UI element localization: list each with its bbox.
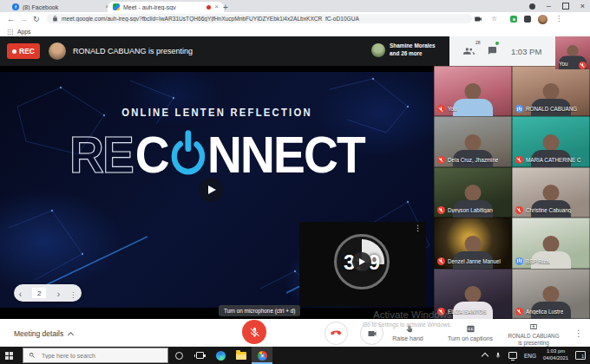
edge-button[interactable]: [210, 347, 231, 364]
network-icon[interactable]: [508, 352, 517, 359]
slide-page-number: 2: [31, 287, 47, 299]
address-bar[interactable]: meet.google.com/auh-ireg-sqv?fbclid=IwAR…: [47, 14, 472, 23]
raise-hand-button[interactable]: Raise hand: [384, 324, 432, 341]
slide-title: REC NNECT: [17, 127, 416, 183]
chat-button[interactable]: [488, 43, 497, 59]
self-label: You: [559, 61, 568, 67]
tray-mic-icon[interactable]: [495, 351, 502, 360]
taskbar-clock[interactable]: 1:03 pm 04/04/2021: [543, 348, 568, 362]
participant-name: MARIA CATHERINE C: [526, 157, 581, 163]
mic-muted-icon: [515, 308, 523, 315]
mic-muted-icon: [437, 105, 445, 113]
browser-menu-icon[interactable]: [555, 15, 562, 23]
participant-tile[interactable]: Dyeyson Labitigan: [434, 167, 512, 218]
presenting-sub: is presenting: [518, 340, 549, 346]
extension-icon[interactable]: [524, 16, 531, 23]
close-tab-icon[interactable]: [214, 3, 219, 10]
participant-name: Dyeyson Labitigan: [448, 207, 493, 213]
mic-off-icon: [249, 327, 260, 338]
task-view-button[interactable]: [189, 347, 210, 364]
play-button-small[interactable]: [352, 252, 371, 271]
participants-button[interactable]: 28: [463, 43, 475, 59]
captions-icon: [465, 324, 476, 334]
leave-call-button[interactable]: [324, 322, 348, 345]
participant-tile[interactable]: Angelica Lustre: [512, 269, 590, 319]
cortana-icon: [175, 352, 183, 360]
new-tab-button[interactable]: [220, 2, 231, 12]
url-text: meet.google.com/auh-ireg-sqv?fbclid=IwAR…: [62, 16, 359, 22]
participant-tile[interactable]: You: [434, 66, 512, 116]
captions-button[interactable]: Turn on captions: [438, 324, 502, 341]
more-options-icon[interactable]: [574, 328, 583, 338]
tab-meet[interactable]: Meet - auh-ireg-sqv: [108, 2, 224, 12]
tab-facebook[interactable]: (8) Facebook: [7, 2, 115, 12]
play-button[interactable]: [199, 178, 223, 202]
apps-bookmark[interactable]: Apps: [17, 29, 31, 35]
self-view-tile[interactable]: You: [555, 36, 590, 69]
title-outline-letters: RE: [69, 129, 133, 181]
forward-icon[interactable]: [20, 14, 28, 24]
browser-profile-avatar[interactable]: [538, 15, 547, 24]
participant-tile[interactable]: RONALD CABUANG: [512, 66, 590, 116]
bookmark-star-icon[interactable]: [491, 15, 497, 23]
apps-grid-icon[interactable]: [7, 29, 13, 35]
participants-preview[interactable]: Shamine Morales and 26 more: [371, 42, 436, 58]
meet-favicon: [113, 3, 120, 10]
maximize-button[interactable]: [562, 3, 569, 10]
participants-grid: You RONALD CABUANG Dela Cruz, Jhazmine M…: [434, 66, 590, 319]
mic-muted-icon: [579, 62, 587, 69]
search-icon: [29, 352, 36, 359]
participant-tile[interactable]: Christine Cabuang: [512, 167, 590, 218]
next-slide-icon[interactable]: [57, 285, 60, 301]
overlay-menu-icon[interactable]: [414, 224, 422, 232]
language-indicator[interactable]: ENG: [524, 353, 536, 359]
participant-tile[interactable]: Denzel Janne Manuel: [434, 218, 512, 268]
header-panel: 28 1:03 PM: [449, 36, 555, 66]
tab-title: (8) Facebook: [23, 4, 102, 10]
notification-center-icon[interactable]: 1: [575, 351, 586, 360]
hidden-icons-chevron[interactable]: [482, 353, 488, 360]
slide-menu-icon[interactable]: [69, 285, 76, 301]
chrome-button[interactable]: [252, 347, 272, 364]
people-icon: [463, 46, 475, 55]
participants-line1: Shamine Morales: [390, 42, 436, 49]
mic-muted-icon: [515, 206, 523, 214]
presenting-banner: RONALD CABUANG is presenting: [73, 47, 193, 55]
start-button[interactable]: [0, 347, 23, 364]
cortana-button[interactable]: [168, 347, 189, 364]
raise-hand-label: Raise hand: [392, 335, 423, 341]
previous-slide-icon[interactable]: [19, 285, 22, 301]
camera-toggle-button[interactable]: [360, 322, 384, 345]
minimize-button[interactable]: [547, 2, 551, 10]
extension-icon[interactable]: [510, 16, 517, 23]
refresh-icon[interactable]: [33, 14, 40, 24]
captions-label: Turn on captions: [448, 335, 493, 341]
system-tray: ENG 1:03 pm 04/04/2021 1: [482, 348, 590, 362]
folder-icon: [236, 352, 246, 360]
meeting-details-button[interactable]: Meeting details: [14, 329, 73, 338]
participant-tile[interactable]: BSP Rizal: [512, 218, 590, 268]
camera-in-use-icon[interactable]: [474, 15, 482, 23]
participant-tile[interactable]: ELIZA SANTOS: [434, 269, 512, 319]
window-controls: [529, 0, 585, 12]
task-view-icon: [196, 352, 204, 359]
windows-logo-icon: [5, 352, 9, 355]
participant-tile[interactable]: Dela Cruz, Jhazmine: [434, 116, 512, 166]
profile-chip-icon[interactable]: [529, 3, 535, 10]
mic-muted-icon: [437, 257, 445, 265]
search-input[interactable]: [40, 352, 148, 360]
timer-video-overlay[interactable]: 3: 9: [299, 222, 426, 307]
microphone-toggle-button[interactable]: [242, 320, 266, 344]
presenting-status-button[interactable]: RONALD CABUANG is presenting: [503, 322, 564, 347]
presenter-avatar: [49, 42, 66, 60]
slide-navigator: 2: [14, 284, 82, 302]
participant-tile[interactable]: MARIA CATHERINE C: [512, 116, 590, 166]
back-icon[interactable]: [7, 14, 15, 24]
taskbar-search[interactable]: [23, 348, 168, 363]
browser-tab-strip: (8) Facebook Meet - auh-ireg-sqv: [0, 0, 590, 12]
mic-muted-icon: [437, 156, 445, 164]
chat-notification-dot: [495, 42, 499, 45]
countdown-timer: 3: 9: [334, 234, 390, 289]
close-window-button[interactable]: [580, 2, 585, 10]
file-explorer-button[interactable]: [231, 347, 252, 364]
